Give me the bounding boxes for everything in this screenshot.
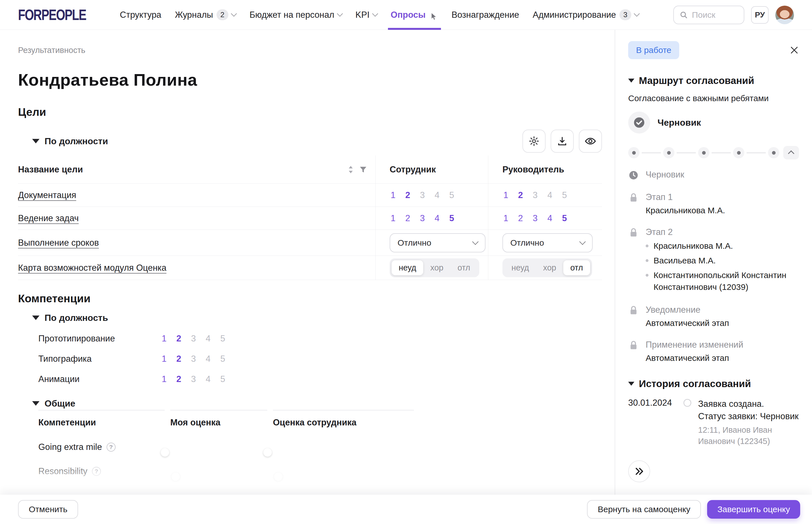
column-competencies: Компетенции [38, 410, 165, 435]
close-icon[interactable] [790, 45, 799, 55]
stepper-collapse-button[interactable] [783, 146, 799, 160]
settings-button[interactable] [523, 130, 545, 153]
step-dot[interactable] [698, 147, 710, 158]
employee-rating-scale[interactable]: 12345 [389, 190, 455, 200]
competencies-section-heading: Компетенции [18, 292, 602, 305]
route-stepper [628, 146, 799, 160]
help-icon[interactable]: ? [107, 443, 116, 452]
nav-item-personnel-budget[interactable]: Бюджет на персонал [250, 0, 342, 30]
approval-history-toggle[interactable]: История согласований [628, 378, 799, 389]
timeline-step-stage2: Этап 2 Красильникова М.А. Васильева М.А.… [628, 227, 799, 293]
double-chevron-right-icon [634, 467, 644, 476]
timeline-step-stage1: Этап 1 Красильникова М.А. [628, 192, 799, 215]
finish-evaluation-button[interactable]: Завершить оценку [707, 500, 800, 519]
sidebar-collapse-button[interactable] [628, 460, 650, 482]
goal-link[interactable]: Выполнение сроков [18, 238, 99, 248]
goals-table-header: Название цели Сотрудник Руководитель [18, 155, 602, 184]
step-dot[interactable] [733, 147, 744, 158]
column-employee: Сотрудник [389, 165, 436, 175]
main-area: Результативность Кондратьева Полина Цели… [0, 30, 812, 495]
goals-group-row: По должности [18, 130, 602, 153]
history-subtitle: Статус заявки: Черновик [698, 410, 799, 423]
step-dot[interactable] [768, 147, 779, 158]
competency-row: Типографика 12345 [18, 349, 602, 369]
chevron-down-icon [372, 11, 378, 17]
chevron-down-icon [472, 238, 479, 245]
breadcrumb[interactable]: Результативность [18, 46, 602, 55]
column-employee-grade: Оценка сотрудника [273, 410, 414, 435]
employee-grade-segmented[interactable]: неуд хор отл [389, 258, 479, 277]
status-badge: В работе [628, 41, 679, 59]
history-meta: 12:11, Иванов Иван Иванович (122345) [698, 424, 799, 447]
bullet-dot-icon [646, 259, 649, 262]
download-button[interactable] [551, 130, 574, 153]
general-competency-row: Resonsibility? [38, 459, 602, 484]
nav-item-administration[interactable]: Администрирование 3 [532, 0, 639, 30]
goals-toolbar [523, 130, 602, 153]
approver-name: Васильева М.А. [646, 255, 792, 266]
current-stage-label: Черновик [657, 117, 701, 128]
employee-rating-scale[interactable]: 12345 [389, 213, 455, 224]
stage-note: Автоматический этап [646, 353, 743, 363]
goals-group-toggle[interactable]: По должности [18, 136, 108, 147]
language-button[interactable]: РУ [751, 6, 768, 24]
goal-link[interactable]: Документация [18, 190, 76, 200]
journals-count-badge: 2 [217, 9, 228, 20]
manager-rating-scale[interactable]: 12345 [503, 190, 568, 200]
competency-row: Анимации 12345 [18, 369, 602, 389]
clock-icon [628, 170, 639, 180]
history-entry: 30.01.2024 Заявка создана. Статус заявки… [628, 398, 799, 447]
current-stage-row: Черновик [628, 112, 799, 133]
cancel-button[interactable]: Отменить [18, 500, 78, 519]
goals-table: Название цели Сотрудник Руководитель Док… [18, 155, 602, 280]
page-title: Кондратьева Полина [18, 70, 602, 89]
bullet-dot-icon [646, 274, 649, 277]
stage-check-avatar [628, 112, 650, 133]
competency-rating-scale[interactable]: 12345 [161, 374, 226, 384]
employee-grade-select[interactable]: Отлично [389, 233, 485, 252]
search-box[interactable] [673, 6, 744, 24]
app-window: FORPEOPLE Структура Журналы 2 Бюджет на … [0, 0, 812, 524]
competency-rating-scale[interactable]: 12345 [161, 354, 226, 364]
chevron-down-icon [337, 11, 343, 17]
goals-section-heading: Цели [18, 106, 602, 118]
preview-button[interactable] [579, 130, 602, 153]
topbar-right-group: РУ [673, 6, 794, 24]
timeline-step-draft: Черновик [628, 169, 799, 180]
column-manager: Руководитель [503, 165, 564, 175]
filter-icon[interactable] [359, 165, 367, 174]
goal-row-deadlines: Выполнение сроков Отлично Отлично [18, 230, 602, 256]
return-to-self-assessment-button[interactable]: Вернуть на самооценку [587, 500, 701, 519]
nav-item-compensation[interactable]: Вознаграждение [452, 0, 519, 30]
goal-link[interactable]: Ведение задач [18, 213, 79, 224]
manager-rating-scale[interactable]: 12345 [503, 213, 568, 224]
step-dot[interactable] [628, 147, 639, 158]
approval-route-toggle[interactable]: Маршрут согласований [628, 75, 799, 86]
triangle-down-icon [32, 315, 39, 320]
action-bar: Отменить Вернуть на самооценку Завершить… [0, 495, 812, 524]
nav-item-surveys[interactable]: Опросы [391, 0, 438, 30]
user-avatar[interactable] [775, 6, 794, 24]
help-icon[interactable]: ? [84, 491, 94, 495]
manager-grade-segmented[interactable]: неуд хор отл [503, 258, 592, 277]
help-icon[interactable]: ? [92, 467, 101, 476]
top-navigation-bar: FORPEOPLE Структура Журналы 2 Бюджет на … [0, 0, 812, 30]
column-my-grade: Моя оценка [170, 410, 267, 435]
competencies-general-group-toggle[interactable]: Общие [18, 397, 602, 410]
mouse-cursor-icon [431, 13, 438, 21]
competency-rating-scale[interactable]: 12345 [161, 333, 226, 344]
forpeople-logo: FORPEOPLE [18, 6, 86, 23]
route-timeline: Черновик Этап 1 Красильникова М.А. [628, 169, 799, 363]
history-title: Заявка создана. [698, 398, 799, 410]
nav-item-structure[interactable]: Структура [120, 0, 161, 30]
goal-link[interactable]: Карта возможностей модуля Оценка [18, 263, 166, 273]
main-menu: Структура Журналы 2 Бюджет на персонал K… [120, 0, 639, 30]
manager-grade-select[interactable]: Отлично [503, 233, 593, 252]
competencies-position-group-toggle[interactable]: По должность [18, 312, 602, 324]
nav-item-kpi[interactable]: KPI [355, 0, 377, 30]
search-input[interactable] [692, 10, 734, 20]
step-dot[interactable] [663, 147, 674, 158]
sort-icon[interactable] [347, 165, 354, 174]
gear-icon [528, 135, 540, 147]
nav-item-journals[interactable]: Журналы 2 [175, 0, 236, 30]
